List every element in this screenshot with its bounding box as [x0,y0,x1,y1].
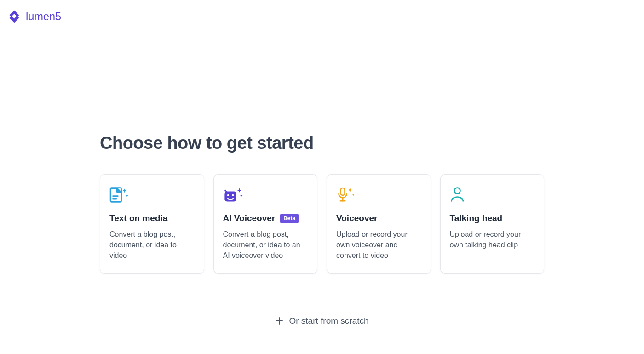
lumen5-logo-icon [7,10,21,23]
card-ai-voiceover[interactable]: AI Voiceover Beta Convert a blog post, d… [213,174,318,274]
start-from-scratch-button[interactable]: Or start from scratch [100,316,544,326]
card-title: Text on media [109,213,167,223]
person-icon [450,186,470,204]
svg-point-4 [227,194,229,196]
card-title: Talking head [450,213,503,223]
page-title: Choose how to get started [100,133,544,153]
card-title-row: AI Voiceover Beta [223,213,308,223]
card-description: Convert a blog post, document, or idea t… [109,229,195,261]
content-wrap: Choose how to get started Text on media [100,133,544,326]
text-doc-sparkle-icon [109,186,130,204]
ai-bot-sparkle-icon [223,186,243,204]
brand-name-text: lumen5 [26,10,61,23]
card-text-on-media[interactable]: Text on media Convert a blog post, docum… [100,174,204,274]
card-title-row: Text on media [109,213,195,223]
beta-badge: Beta [280,214,299,223]
card-description: Convert a blog post, document, or idea t… [223,229,308,261]
svg-rect-0 [110,188,121,202]
card-title-row: Voiceover [336,213,421,223]
svg-point-11 [454,188,460,194]
card-title: Voiceover [336,213,377,223]
svg-point-5 [231,194,233,196]
start-from-scratch-label: Or start from scratch [289,316,368,326]
mic-sparkle-icon [336,186,356,204]
card-title: AI Voiceover [223,213,276,223]
card-description: Upload or record your own talking head c… [450,229,535,250]
card-voiceover[interactable]: Voiceover Upload or record your own voic… [327,174,431,274]
card-title-row: Talking head [450,213,535,223]
starter-cards: Text on media Convert a blog post, docum… [100,174,544,274]
card-description: Upload or record your own voiceover and … [336,229,421,261]
app-header: lumen5 [0,0,644,33]
brand-logo[interactable]: lumen5 [7,10,61,23]
svg-rect-8 [341,188,345,195]
svg-rect-3 [224,191,236,201]
main-content: Choose how to get started Text on media [0,33,644,326]
plus-icon [275,317,283,325]
card-talking-head[interactable]: Talking head Upload or record your own t… [440,174,545,274]
